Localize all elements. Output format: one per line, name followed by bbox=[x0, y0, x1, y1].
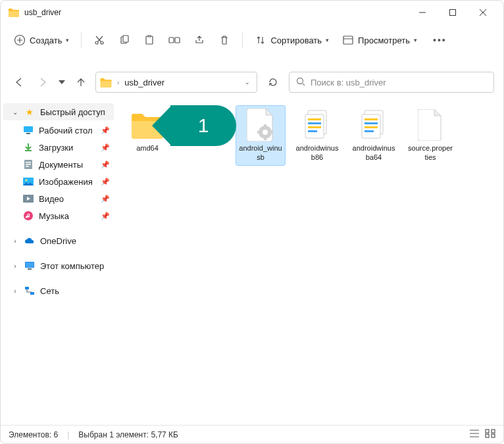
file-thumbnail bbox=[412, 109, 449, 141]
rename-icon bbox=[168, 34, 180, 46]
up-button[interactable] bbox=[72, 73, 90, 91]
file-item[interactable]: androidwinusb86 bbox=[293, 106, 341, 165]
share-button[interactable] bbox=[188, 30, 211, 50]
svg-rect-44 bbox=[308, 118, 321, 120]
svg-rect-33 bbox=[28, 268, 32, 270]
svg-rect-45 bbox=[308, 122, 321, 124]
sidebar-item-label: Изображения bbox=[39, 177, 93, 187]
close-button[interactable] bbox=[468, 2, 498, 23]
star-icon: ★ bbox=[24, 107, 35, 117]
sort-label: Сортировать bbox=[270, 36, 322, 45]
window-title: usb_driver bbox=[24, 8, 61, 17]
file-item[interactable]: androidwinusba64 bbox=[349, 106, 398, 165]
pin-icon: 📌 bbox=[101, 160, 110, 169]
view-details-button[interactable] bbox=[469, 429, 480, 440]
view-icons-button[interactable] bbox=[485, 429, 495, 440]
more-icon: ••• bbox=[433, 35, 447, 45]
svg-point-28 bbox=[26, 180, 28, 182]
svg-rect-60 bbox=[491, 434, 495, 437]
chevron-right-icon: › bbox=[11, 262, 19, 270]
svg-rect-40 bbox=[257, 131, 260, 134]
main-area: ⌄ ★ Быстрый доступ Рабочий стол📌Загрузки… bbox=[1, 97, 503, 425]
sidebar-item[interactable]: Видео📌 bbox=[3, 190, 114, 207]
back-button[interactable] bbox=[10, 73, 28, 91]
svg-rect-34 bbox=[25, 287, 29, 289]
forward-button[interactable] bbox=[34, 73, 52, 91]
recent-button[interactable] bbox=[57, 73, 66, 91]
address-bar[interactable]: › usb_driver ⌄ bbox=[95, 72, 257, 93]
breadcrumb[interactable]: usb_driver bbox=[124, 78, 239, 87]
sidebar-network[interactable]: › Сеть bbox=[3, 282, 114, 299]
toolbar: Создать ▾ Сортировать ▾ Просмотреть ▾ ••… bbox=[1, 24, 503, 56]
sort-button[interactable]: Сортировать ▾ bbox=[249, 30, 334, 50]
sidebar-label: Этот компьютер bbox=[40, 261, 104, 271]
chevron-right-icon: › bbox=[117, 79, 119, 86]
status-count: Элементов: 6 bbox=[9, 430, 58, 439]
svg-rect-15 bbox=[169, 37, 174, 43]
file-name: source.properties bbox=[407, 144, 453, 162]
cut-button[interactable] bbox=[88, 30, 111, 50]
rename-button[interactable] bbox=[163, 30, 186, 50]
status-selection: Выбран 1 элемент: 5,77 КБ bbox=[78, 430, 178, 439]
address-row: › usb_driver ⌄ Поиск в: usb_driver bbox=[1, 68, 503, 97]
sidebar-item[interactable]: Рабочий стол📌 bbox=[3, 122, 114, 139]
sidebar-item[interactable]: Изображения📌 bbox=[3, 173, 114, 190]
picture-icon bbox=[23, 176, 34, 187]
sidebar-item-label: Музыка bbox=[39, 211, 69, 221]
pin-icon: 📌 bbox=[101, 195, 110, 203]
sidebar-item-label: Рабочий стол bbox=[39, 126, 93, 136]
svg-rect-53 bbox=[365, 130, 374, 132]
chevron-down-icon: ▾ bbox=[326, 37, 329, 43]
sidebar-label: Сеть bbox=[40, 286, 59, 296]
sidebar-item[interactable]: Документы📌 bbox=[3, 156, 114, 173]
status-bar: Элементов: 6 | Выбран 1 элемент: 5,77 КБ bbox=[1, 425, 503, 443]
svg-line-20 bbox=[303, 84, 305, 86]
delete-button[interactable] bbox=[213, 30, 236, 50]
sidebar-item-label: Документы bbox=[39, 160, 83, 170]
svg-rect-12 bbox=[123, 36, 128, 42]
refresh-button[interactable] bbox=[263, 72, 284, 93]
pin-icon: 📌 bbox=[101, 178, 110, 186]
view-icon bbox=[342, 34, 354, 46]
more-button[interactable]: ••• bbox=[428, 31, 452, 49]
svg-rect-25 bbox=[26, 164, 31, 165]
folder-icon bbox=[100, 78, 112, 87]
sidebar-item[interactable]: Музыка📌 bbox=[3, 207, 114, 224]
clipboard-icon bbox=[143, 34, 155, 46]
svg-rect-16 bbox=[175, 37, 180, 43]
svg-rect-26 bbox=[26, 166, 29, 167]
copy-button[interactable] bbox=[113, 30, 136, 50]
sidebar: ⌄ ★ Быстрый доступ Рабочий стол📌Загрузки… bbox=[1, 97, 116, 425]
sidebar-item[interactable]: Загрузки📌 bbox=[3, 139, 114, 156]
search-input[interactable]: Поиск в: usb_driver bbox=[289, 72, 494, 93]
create-button[interactable]: Создать ▾ bbox=[9, 30, 74, 50]
file-item[interactable]: android_winusb bbox=[236, 106, 285, 165]
file-item[interactable]: source.properties bbox=[406, 106, 455, 165]
svg-rect-58 bbox=[491, 430, 495, 433]
maximize-button[interactable] bbox=[438, 2, 468, 23]
view-label: Просмотреть bbox=[358, 36, 410, 45]
music-icon bbox=[23, 210, 34, 221]
view-button[interactable]: Просмотреть ▾ bbox=[337, 30, 422, 50]
sidebar-label: OneDrive bbox=[40, 236, 76, 246]
svg-rect-17 bbox=[343, 36, 353, 44]
sidebar-onedrive[interactable]: › OneDrive bbox=[3, 232, 114, 249]
chevron-right-icon: › bbox=[11, 237, 19, 245]
file-name: android_winusb bbox=[238, 144, 284, 162]
paste-button[interactable] bbox=[138, 30, 161, 50]
svg-rect-52 bbox=[365, 126, 378, 128]
file-item[interactable]: amd64 bbox=[123, 106, 172, 165]
svg-rect-22 bbox=[26, 133, 30, 134]
chevron-down-icon: ▾ bbox=[66, 37, 69, 43]
sidebar-this-pc[interactable]: › Этот компьютер bbox=[3, 257, 114, 274]
sidebar-quick-access[interactable]: ⌄ ★ Быстрый доступ bbox=[3, 103, 114, 120]
svg-rect-57 bbox=[486, 430, 489, 433]
sidebar-item-label: Видео bbox=[39, 194, 64, 204]
minimize-button[interactable] bbox=[407, 2, 438, 23]
file-list: amd64...86android_winusbandroidwinusb86a… bbox=[116, 97, 503, 425]
chevron-down-icon[interactable]: ⌄ bbox=[245, 79, 250, 86]
svg-point-19 bbox=[297, 78, 303, 84]
desktop-icon bbox=[23, 125, 34, 136]
chevron-down-icon: ▾ bbox=[414, 37, 417, 43]
pin-icon: 📌 bbox=[101, 212, 110, 220]
